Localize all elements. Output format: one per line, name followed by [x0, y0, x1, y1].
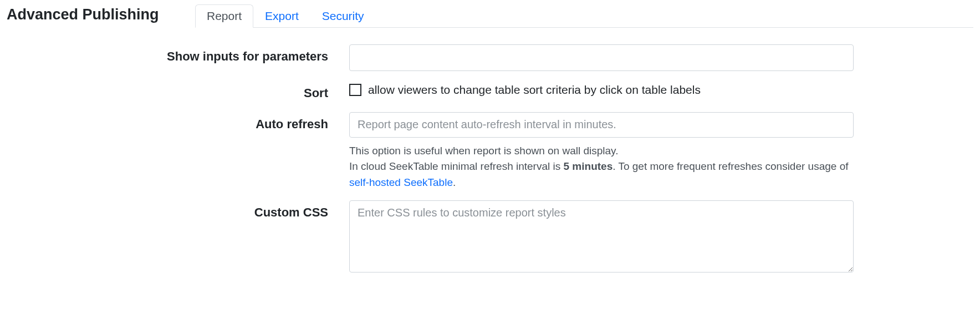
tab-export[interactable]: Export: [253, 4, 310, 28]
sort-checkbox-label[interactable]: allow viewers to change table sort crite…: [368, 83, 701, 97]
auto-refresh-input[interactable]: [349, 112, 854, 138]
show-inputs-label: Show inputs for parameters: [7, 44, 349, 71]
custom-css-label: Custom CSS: [7, 200, 349, 275]
show-inputs-input[interactable]: [349, 44, 854, 71]
self-hosted-link[interactable]: self-hosted SeekTable: [349, 176, 453, 188]
sort-label: Sort: [7, 81, 349, 102]
sort-checkbox[interactable]: [349, 84, 361, 96]
tab-report[interactable]: Report: [195, 4, 253, 28]
tab-bar: Report Export Security: [195, 4, 973, 28]
auto-refresh-label: Auto refresh: [7, 112, 349, 191]
auto-refresh-help: This option is useful when report is sho…: [349, 143, 854, 191]
tab-security[interactable]: Security: [310, 4, 376, 28]
custom-css-textarea[interactable]: [349, 200, 854, 273]
section-title: Advanced Publishing: [7, 6, 195, 28]
